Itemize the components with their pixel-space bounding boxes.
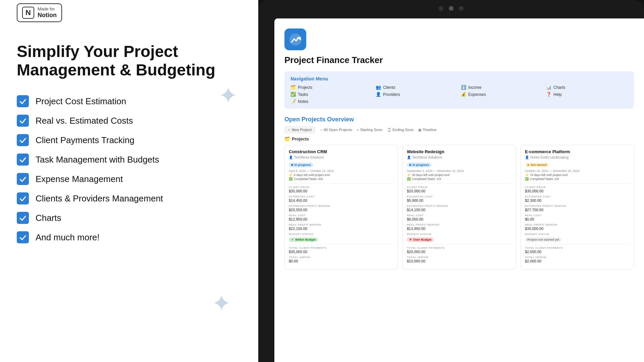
field-label: ESTIMATED COST <box>407 195 512 198</box>
filter-tab-all[interactable]: ○ All Open Projects <box>320 128 352 132</box>
nav-item-providers[interactable]: 👤 Providers <box>376 92 458 97</box>
list-item: Project Cost Estimation <box>17 95 241 107</box>
notion-word-label: Notion <box>38 12 57 19</box>
field-label: ESTIMATED PROFIT MARGIN <box>525 204 630 207</box>
card-2-budget-badge: ✕ Over Budget <box>407 237 434 242</box>
feature-label-8: And much more! <box>36 232 100 243</box>
card-1-budget-badge: ✓ Within Budget <box>289 237 318 242</box>
field-value: $13,950.00 <box>407 227 512 231</box>
nav-item-label: Clients <box>383 85 395 90</box>
card-2-tasks: ✅ Completed Tasks: 1/3 <box>407 177 512 181</box>
list-item: And much more! <box>17 231 241 243</box>
field-label: ESTIMATED PROFIT MARGIN <box>407 204 512 207</box>
nav-item-tasks[interactable]: ✅ Tasks <box>290 92 372 97</box>
projects-header-icon: 🗂️ <box>284 136 290 141</box>
new-project-label: New Project <box>292 128 312 132</box>
list-item: Clients & Providers Management <box>17 192 241 204</box>
status-dot <box>527 164 529 166</box>
nav-item-label: Tasks <box>298 92 308 97</box>
nav-item-notes[interactable]: 📝 Notes <box>290 99 372 104</box>
field-value: $20,550.00 <box>289 208 393 212</box>
list-item: Client Payments Tracking <box>17 134 241 146</box>
checkbox-icon-2 <box>17 115 29 127</box>
notion-app: Project Finance Tracker Navigation Menu … <box>274 18 644 362</box>
expenses-icon: 💰 <box>461 92 466 97</box>
divider <box>525 244 630 244</box>
filter-tab-ending[interactable]: ⌚ Ending Soon <box>387 128 414 132</box>
feature-label-7: Charts <box>36 213 61 223</box>
card-2-days: ⚡ 39 days left until project end <box>407 173 512 177</box>
notion-badge[interactable]: N Made for Notion <box>17 3 62 22</box>
nav-item-expenses[interactable]: 💰 Expenses <box>461 92 543 97</box>
notion-badge-text: Made for Notion <box>38 7 57 19</box>
field-value: $0.00 <box>289 259 393 263</box>
field-label: BUDGET STATUS <box>289 233 393 236</box>
field-label: ESTIMATED COST <box>289 195 393 198</box>
company-icon: 👤 <box>289 156 293 159</box>
notion-icon: N <box>22 7 34 19</box>
filter-ending-icon: ⌚ <box>387 128 391 132</box>
made-for-label: Made for <box>38 7 57 12</box>
field-value: $6,050.00 <box>407 217 512 221</box>
field-label: ESTIMATED PROFIT MARGIN <box>289 204 393 207</box>
nav-item-clients[interactable]: 👥 Clients <box>376 85 458 90</box>
nav-item-help[interactable]: ❓ Help <box>546 92 628 97</box>
checkbox-icon-8 <box>17 231 29 243</box>
left-panel: N Made for Notion Simplify Your ProjectM… <box>0 0 258 362</box>
new-project-button[interactable]: ○ New Project <box>284 126 315 133</box>
nav-item-label: Help <box>553 92 562 97</box>
tablet-bezel: Project Finance Tracker Navigation Menu … <box>258 0 644 362</box>
field-value: $2,000.00 <box>525 259 630 263</box>
nav-section: Navigation Menu 🗂️ Projects 👥 Clients ⬇️ <box>284 71 634 109</box>
list-item: Charts <box>17 212 241 224</box>
tablet-screen: Project Finance Tracker Navigation Menu … <box>274 18 644 362</box>
field-label: CLIENT PRICE <box>525 186 630 189</box>
field-label: REAL COST <box>289 214 393 217</box>
app-title: Project Finance Tracker <box>284 55 634 65</box>
main-heading: Simplify Your ProjectManagement & Budget… <box>17 42 241 79</box>
field-value: $20,000.00 <box>407 189 512 193</box>
card-2-title: Website Redesign <box>407 149 512 154</box>
divider <box>407 244 512 244</box>
field-value: $30,000.00 <box>525 189 630 193</box>
days-icon: ⚡ <box>407 173 411 177</box>
list-item: Expense Management <box>17 173 241 185</box>
filter-tab-timeline[interactable]: ▦ Timeline <box>418 128 436 132</box>
feature-list: Project Cost Estimation Real vs. Estimat… <box>17 95 241 243</box>
feature-label-6: Clients & Providers Management <box>36 193 163 204</box>
nav-item-income[interactable]: ⬇️ Income <box>461 85 543 90</box>
nav-item-projects[interactable]: 🗂️ Projects <box>290 85 372 90</box>
field-value: $2,000.00 <box>525 250 630 254</box>
divider <box>289 244 393 244</box>
status-dot <box>291 164 293 166</box>
tasks-icon: ✅ <box>407 177 411 181</box>
field-value: $20,000.00 <box>407 250 512 254</box>
field-value: $30,000.00 <box>525 227 630 231</box>
field-label: REAL PROFIT MARGIN <box>289 223 393 226</box>
project-card-1[interactable]: Construction CRM 👤 TechNova Solutions In… <box>284 145 398 269</box>
card-1-company: 👤 TechNova Solutions <box>289 156 393 159</box>
card-3-budget-badge: Project not started yet <box>525 237 561 242</box>
projects-header: 🗂️ Projects <box>284 136 634 141</box>
field-value: $22,150.00 <box>289 227 393 231</box>
nav-item-label: Expenses <box>468 92 486 97</box>
card-1-date: April 8, 2024 — October 13, 2024 <box>289 169 393 173</box>
filter-all-label: All Open Projects <box>324 128 352 132</box>
project-card-2[interactable]: Website Redesign 👤 TechNova Solutions In… <box>402 145 516 269</box>
card-1-days: ⚡ 4 days left until project end <box>289 173 393 177</box>
checkbox-icon-1 <box>17 95 29 107</box>
decorative-cross-2: ✦ <box>212 292 231 315</box>
card-2-company: 👤 TechNova Solutions <box>407 156 512 159</box>
days-icon: ⚡ <box>289 173 292 177</box>
checkbox-icon-7 <box>17 212 29 224</box>
status-dot <box>409 164 411 166</box>
filter-tab-starting[interactable]: » Starting Soon <box>357 128 382 132</box>
checkbox-icon-6 <box>17 192 29 204</box>
field-value: $35,000.00 <box>289 189 393 193</box>
field-value: $5,900.00 <box>407 198 512 202</box>
project-card-3[interactable]: E-commerce Platform 👤 Green Earth Landsc… <box>521 145 634 269</box>
checkbox-icon-3 <box>17 134 29 146</box>
nav-item-charts[interactable]: 📊 Charts <box>546 85 628 90</box>
budget-dot: ✓ <box>291 238 294 241</box>
field-label: TOTAL UNPAID <box>525 256 630 259</box>
